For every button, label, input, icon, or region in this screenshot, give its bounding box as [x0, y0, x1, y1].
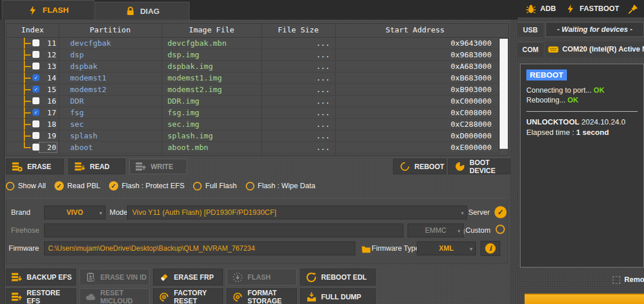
- row-index: 15: [40, 85, 56, 94]
- option-label: Full Flash: [205, 182, 237, 190]
- erase-frp-button[interactable]: ERASE FRP: [153, 269, 223, 285]
- row-checkbox[interactable]: ✓: [32, 109, 39, 116]
- col-header-partition[interactable]: Partition: [59, 25, 162, 34]
- backup-efs-button[interactable]: BACKUP EFS: [6, 269, 76, 285]
- firmware-path-input[interactable]: C:\Users\mujam\OneDrive\Desktop\Backup\Q…: [44, 241, 355, 255]
- folder-icon[interactable]: [359, 244, 373, 254]
- id-card-icon: [85, 272, 96, 283]
- firehose-row: Firehose EMMC ▾ Custom: [6, 224, 507, 237]
- lock-icon: [125, 6, 136, 16]
- table-row[interactable]: 19splashsplash.img...0xD000000: [6, 130, 499, 142]
- tree-line: [24, 101, 31, 102]
- gear-reset-icon: [232, 292, 243, 302]
- table-row[interactable]: 12dspdsp.img...0x9683000: [6, 49, 499, 61]
- info-icon: i: [485, 243, 496, 254]
- tab-adb[interactable]: ADB: [526, 3, 556, 14]
- tree-line: [24, 54, 31, 56]
- row-checkbox[interactable]: [32, 132, 39, 139]
- unlocktool-window: FLASH DIAG ADB FASTBOOT I: [0, 0, 644, 304]
- row-start-address: 0xA683000: [335, 62, 492, 71]
- row-checkbox[interactable]: [32, 120, 39, 127]
- read-button[interactable]: READ: [68, 159, 125, 174]
- firmware-type-select[interactable]: XML ▾: [417, 241, 476, 255]
- factory-reset-button[interactable]: FACTORY RESET: [153, 288, 223, 304]
- model-select[interactable]: Vivo Y11 (Auth Flash) [PD1930F/PD1930CF]…: [127, 206, 467, 219]
- power-pie-icon: [454, 162, 465, 172]
- write-button[interactable]: WRITE: [129, 159, 187, 174]
- row-file-size: ...: [261, 85, 330, 94]
- pin-icon[interactable]: [628, 4, 638, 14]
- table-row[interactable]: 18secsec.img...0xC288000: [6, 119, 499, 130]
- format-storage-button[interactable]: FORMAT STORAGE: [227, 288, 297, 304]
- option-checked-icon[interactable]: ✓: [109, 181, 118, 191]
- eraser-icon: [159, 272, 169, 283]
- row-start-address: 0xE000000: [335, 143, 492, 152]
- remove-checkbox[interactable]: [613, 276, 620, 284]
- tab-fastboot-label: FASTBOOT: [580, 5, 619, 13]
- firehose-input[interactable]: [44, 224, 403, 237]
- row-checkbox[interactable]: [32, 39, 39, 46]
- row-checkbox[interactable]: [32, 144, 39, 151]
- scrollbar-thumb[interactable]: [500, 39, 508, 149]
- row-image-file: DDR.img: [168, 97, 199, 105]
- server-checked-icon[interactable]: ✓: [494, 206, 507, 218]
- storage-type-select[interactable]: EMMC ▾: [407, 224, 464, 237]
- usb-device-select[interactable]: - Waiting for devices -: [545, 22, 644, 37]
- option-flash-protect-efs[interactable]: ✓Flash : Protect EFS: [109, 181, 184, 191]
- brand-select[interactable]: VIVO ▾: [44, 206, 105, 219]
- row-checkbox[interactable]: [32, 97, 39, 104]
- reboot-edl-button[interactable]: REBOOT EDL: [300, 269, 376, 285]
- table-row[interactable]: ✓17fsgfsg.img...0xC008000: [6, 107, 499, 119]
- com-port-select[interactable]: COM20 (Intel(R) Active M: [545, 42, 644, 57]
- option-radio[interactable]: [6, 182, 14, 191]
- table-row[interactable]: 20abootaboot.mbn...0xE000000: [6, 142, 499, 153]
- boot-device-button[interactable]: BOOT DEVICE: [448, 159, 511, 174]
- col-header-image-file[interactable]: Image File: [162, 25, 261, 34]
- col-header-start-address[interactable]: Start Address: [335, 25, 495, 34]
- row-image-file: dsp.img: [168, 50, 199, 59]
- row-checkbox[interactable]: ✓: [32, 74, 39, 81]
- device-form-panel: Brand VIVO ▾ Model Vivo Y11 (Auth Flash)…: [6, 198, 508, 264]
- model-value: Vivo Y11 (Auth Flash) [PD1930F/PD1930CF]: [132, 208, 276, 217]
- restore-efs-button[interactable]: RESTORE EFS: [6, 288, 76, 304]
- tab-fastboot[interactable]: FASTBOOT: [565, 3, 619, 14]
- row-index: 17: [40, 108, 56, 117]
- table-row[interactable]: 16DDRDDR.img...0xC000000: [6, 96, 499, 107]
- option-show-all[interactable]: Show All: [6, 182, 46, 191]
- table-row[interactable]: 11devcfgbakdevcfgbak.mbn...0x9643000: [6, 38, 499, 49]
- option-checked-icon[interactable]: ✓: [54, 181, 64, 191]
- row-checkbox[interactable]: [32, 63, 39, 69]
- row-file-size: ...: [261, 131, 330, 140]
- option-read-pbl[interactable]: ✓Read PBL: [54, 181, 100, 191]
- erase-button[interactable]: ERASE: [6, 159, 64, 174]
- table-row[interactable]: 13dspbakdspbak.img...0xA683000: [6, 61, 499, 72]
- tab-flash[interactable]: FLASH: [2, 0, 94, 20]
- panel-splitter[interactable]: [510, 20, 518, 304]
- reboot-button[interactable]: REBOOT ▾: [393, 159, 446, 174]
- info-button[interactable]: i: [481, 241, 500, 256]
- row-checkbox[interactable]: ✓: [32, 86, 39, 93]
- table-row[interactable]: ✓15modemst2modemst2.img...0xB903000: [6, 84, 499, 96]
- flash-button[interactable]: FLASH: [227, 269, 297, 285]
- table-scrollbar[interactable]: [499, 38, 508, 155]
- chevron-down-icon: ▾: [461, 210, 464, 216]
- option-flash-wipe-data[interactable]: Flash : Wipe Data: [246, 182, 315, 191]
- tree-line: [24, 112, 31, 113]
- option-radio[interactable]: [193, 182, 202, 191]
- row-index: 12: [40, 50, 56, 59]
- option-radio[interactable]: [246, 182, 254, 191]
- tree-line: [24, 43, 31, 44]
- table-row[interactable]: ✓14modemst1modemst1.img...0xB683000: [6, 72, 499, 84]
- tree-line: [24, 124, 31, 125]
- tree-line: [24, 89, 31, 90]
- row-checkbox[interactable]: [32, 51, 39, 58]
- reset-micloud-button[interactable]: RESET MICLOUD: [79, 288, 150, 304]
- full-dump-button[interactable]: FULL DUMP: [300, 288, 376, 304]
- col-header-index[interactable]: Index: [6, 25, 59, 34]
- erase-vin-id-button[interactable]: ERASE VIN ID: [79, 269, 150, 285]
- custom-radio[interactable]: [496, 225, 505, 234]
- option-full-flash[interactable]: Full Flash: [193, 182, 237, 191]
- elapsed-line: Elapsed time : 1 second: [526, 127, 638, 138]
- col-header-file-size[interactable]: File Size: [261, 25, 335, 34]
- tab-diag[interactable]: DIAG: [95, 2, 190, 20]
